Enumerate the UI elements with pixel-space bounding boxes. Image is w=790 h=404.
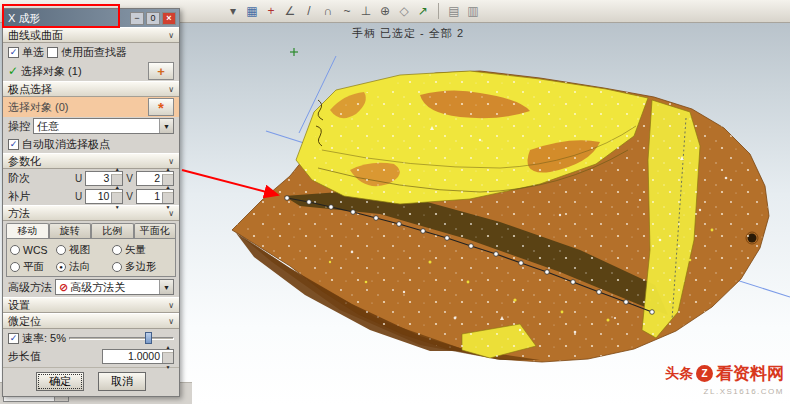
section-header-pole[interactable]: 极点选择 ∨ bbox=[3, 81, 179, 97]
radio-vector[interactable]: 矢量 bbox=[112, 242, 172, 257]
chevron-down-icon: ▼ bbox=[159, 280, 173, 294]
advanced-method-dropdown[interactable]: ⊘ 高级方法关 ▼ bbox=[55, 279, 174, 295]
tab-scale[interactable]: 比例 bbox=[91, 223, 134, 238]
rate-row: ✓ 速率: 5% bbox=[3, 329, 179, 347]
snap-quadrant-icon[interactable]: ◇ bbox=[395, 2, 413, 20]
u-label: U bbox=[75, 173, 82, 184]
snap-point-icon[interactable]: + bbox=[262, 2, 280, 20]
snap-center-icon[interactable]: ⊕ bbox=[376, 2, 394, 20]
radio-label: 法向 bbox=[69, 260, 90, 274]
spin-down-icon[interactable]: ▼ bbox=[163, 364, 173, 370]
spin-up-icon[interactable]: ▲ bbox=[112, 184, 122, 190]
dialog-titlebar[interactable]: X 成形 − 0 × bbox=[3, 9, 179, 27]
advanced-method-row: 高级方法 ⊘ 高级方法关 ▼ bbox=[3, 277, 179, 297]
xform-dialog: X 成形 − 0 × 曲线或曲面 ∨ ✓ 单选 使用面查找器 ✓ 选择对象 (1… bbox=[2, 8, 180, 397]
radio-label: 矢量 bbox=[125, 243, 146, 257]
tab-move[interactable]: 移动 bbox=[6, 223, 49, 238]
radio-icon: ● bbox=[56, 262, 66, 272]
radio-label: 多边形 bbox=[125, 260, 157, 274]
dock-button[interactable]: 0 bbox=[146, 12, 160, 25]
snap-curve-icon[interactable]: ~ bbox=[338, 2, 356, 20]
method-radio-grid: WCS 视图 矢量 平面 ● 法向 bbox=[10, 242, 172, 274]
slider-track bbox=[69, 337, 174, 340]
pole-select-row[interactable]: 选择对象 (0) * bbox=[3, 97, 179, 117]
radio-wcs[interactable]: WCS bbox=[10, 242, 56, 257]
method-tabs: 移动 旋转 比例 平面化 bbox=[3, 221, 179, 238]
section-header-micro[interactable]: 微定位 ∨ bbox=[3, 313, 179, 329]
manipulation-row: 操控 任意 ▼ bbox=[3, 117, 179, 135]
section-label: 参数化 bbox=[8, 154, 41, 169]
slider-knob[interactable] bbox=[145, 332, 152, 344]
tab-rotate[interactable]: 旋转 bbox=[49, 223, 92, 238]
degree-label: 阶次 bbox=[8, 171, 30, 186]
degree-u-value: 3 bbox=[86, 172, 111, 185]
section-label: 方法 bbox=[8, 206, 30, 221]
cancel-button[interactable]: 取消 bbox=[98, 372, 146, 391]
ok-button[interactable]: 确定 bbox=[36, 372, 84, 391]
chevron-down-icon: ∨ bbox=[168, 31, 174, 40]
minimize-button[interactable]: − bbox=[130, 12, 144, 25]
patch-u-spinner[interactable]: 10 ▲▼ bbox=[85, 189, 123, 204]
section-header-param[interactable]: 参数化 ∨ bbox=[3, 153, 179, 169]
step-row: 步长值 1.0000 ▲▼ bbox=[3, 347, 179, 365]
section-label: 微定位 bbox=[8, 314, 41, 329]
pole-select-button[interactable]: * bbox=[148, 98, 174, 116]
pole-select-label: 选择对象 (0) bbox=[8, 100, 69, 115]
radio-polygon[interactable]: 多边形 bbox=[112, 259, 172, 274]
curve-options-row: ✓ 单选 使用面查找器 bbox=[3, 43, 179, 61]
radio-icon bbox=[112, 262, 122, 272]
selection-status: 手柄 已选定 - 全部 2 bbox=[352, 26, 464, 41]
manipulation-dropdown[interactable]: 任意 ▼ bbox=[33, 118, 174, 134]
snap-grid-icon[interactable]: ▦ bbox=[243, 2, 261, 20]
advanced-method-value: 高级方法关 bbox=[70, 280, 125, 295]
single-select-checkbox[interactable]: ✓ bbox=[8, 47, 19, 58]
snap-perp-icon[interactable]: ⊥ bbox=[357, 2, 375, 20]
curve-select-row[interactable]: ✓ 选择对象 (1) + bbox=[3, 61, 179, 81]
section-header-method[interactable]: 方法 ∨ bbox=[3, 205, 179, 221]
patch-row: 补片 U 10 ▲▼ V 1 ▲▼ bbox=[3, 187, 179, 205]
close-button[interactable]: × bbox=[162, 12, 176, 25]
format-a-icon[interactable]: ▤ bbox=[445, 2, 463, 20]
patch-u-value: 10 bbox=[86, 190, 111, 203]
snap-line-icon[interactable]: / bbox=[300, 2, 318, 20]
section-header-settings[interactable]: 设置 ∨ bbox=[3, 297, 179, 313]
application-window: 手柄 已选定 - 全部 2 头条 Z 看资料网 ZL.XS1616.COM ▾ … bbox=[0, 0, 790, 404]
snap-angle-icon[interactable]: ∠ bbox=[281, 2, 299, 20]
patch-v-spinner[interactable]: 1 ▲▼ bbox=[136, 189, 174, 204]
tab-planarize[interactable]: 平面化 bbox=[134, 223, 177, 238]
view-dropdown-icon[interactable]: ▾ bbox=[224, 2, 242, 20]
chevron-down-icon: ▼ bbox=[159, 119, 173, 133]
chevron-down-icon: ∨ bbox=[168, 85, 174, 94]
radio-label: 视图 bbox=[69, 243, 90, 257]
chevron-down-icon: ∨ bbox=[168, 317, 174, 326]
snap-arc-icon[interactable]: ∩ bbox=[319, 2, 337, 20]
face-finder-checkbox[interactable] bbox=[47, 47, 58, 58]
rate-checkbox[interactable]: ✓ bbox=[8, 333, 19, 344]
curve-select-label: 选择对象 (1) bbox=[21, 64, 82, 79]
radio-plane[interactable]: 平面 bbox=[10, 259, 56, 274]
section-label: 曲线或曲面 bbox=[8, 28, 63, 43]
spin-up-icon[interactable]: ▲ bbox=[163, 166, 173, 172]
spin-up-icon[interactable]: ▲ bbox=[163, 184, 173, 190]
rate-slider[interactable] bbox=[69, 331, 174, 345]
step-spinner[interactable]: 1.0000 ▲▼ bbox=[102, 349, 174, 364]
auto-deselect-checkbox[interactable]: ✓ bbox=[8, 139, 19, 150]
format-b-icon[interactable]: ▥ bbox=[464, 2, 482, 20]
radio-icon bbox=[10, 262, 20, 272]
radio-view[interactable]: 视图 bbox=[56, 242, 112, 257]
section-label: 极点选择 bbox=[8, 82, 52, 97]
degree-v-value: 2 bbox=[137, 172, 162, 185]
radio-icon bbox=[10, 245, 20, 255]
select-target-button[interactable]: + bbox=[148, 62, 174, 80]
spin-down-icon[interactable]: ▼ bbox=[112, 204, 122, 210]
step-label: 步长值 bbox=[8, 349, 41, 364]
radio-normal[interactable]: ● 法向 bbox=[56, 259, 112, 274]
v-label: V bbox=[126, 191, 133, 202]
auto-deselect-label: 自动取消选择极点 bbox=[22, 137, 110, 152]
dialog-footer: 确定 取消 bbox=[3, 367, 179, 396]
advanced-method-label: 高级方法 bbox=[8, 280, 52, 295]
snap-vector-icon[interactable]: ↗ bbox=[414, 2, 432, 20]
star-icon: * bbox=[158, 101, 164, 114]
spin-up-icon[interactable]: ▲ bbox=[112, 166, 122, 172]
section-header-curve[interactable]: 曲线或曲面 ∨ bbox=[3, 27, 179, 43]
